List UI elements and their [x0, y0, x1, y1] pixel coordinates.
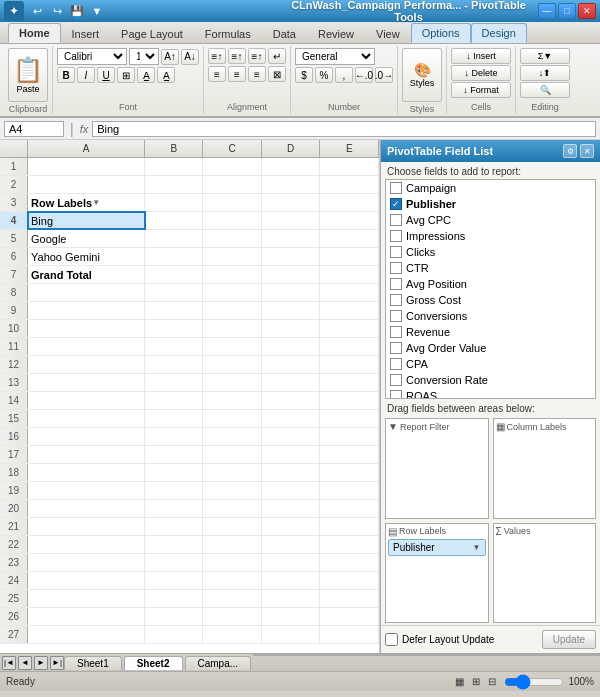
pivot-field-ctr[interactable]: CTR [386, 260, 595, 276]
qat-dropdown[interactable]: ▼ [88, 3, 106, 19]
decrease-decimal-button[interactable]: ←.0 [355, 67, 373, 83]
defer-layout-checkbox[interactable] [385, 633, 398, 646]
tab-design[interactable]: Design [471, 23, 527, 43]
align-top-right-button[interactable]: ≡↑ [248, 48, 266, 64]
maximize-button[interactable]: □ [558, 3, 576, 19]
insert-cells-button[interactable]: ↓ Insert [451, 48, 511, 64]
cell-a5[interactable]: Google [28, 230, 145, 247]
font-color-button[interactable]: A̲ [157, 67, 175, 83]
pivot-field-avg-cpc[interactable]: Avg CPC [386, 212, 595, 228]
save-button[interactable]: 💾 [68, 3, 86, 19]
decrease-font-button[interactable]: A↓ [181, 49, 199, 65]
tab-insert[interactable]: Insert [61, 24, 111, 43]
tab-review[interactable]: Review [307, 24, 365, 43]
pivot-area-row-labels[interactable]: ▤ Row Labels Publisher ▼ [385, 523, 489, 624]
cell-d5[interactable] [262, 230, 321, 247]
pivot-field-impressions[interactable]: Impressions [386, 228, 595, 244]
cell-a6[interactable]: Yahoo Gemini [28, 248, 145, 265]
col-header-d[interactable]: D [262, 140, 321, 157]
cell-d2[interactable] [262, 176, 321, 193]
bold-button[interactable]: B [57, 67, 75, 83]
tab-page-layout[interactable]: Page Layout [110, 24, 194, 43]
merge-button[interactable]: ⊠ [268, 66, 286, 82]
cell-e7[interactable] [320, 266, 379, 283]
sort-button[interactable]: ↓⬆ [520, 65, 570, 81]
paste-button[interactable]: 📋 Paste [8, 48, 48, 102]
sum-button[interactable]: Σ▼ [520, 48, 570, 64]
cell-c5[interactable] [203, 230, 262, 247]
cell-b1[interactable] [145, 158, 204, 175]
name-box[interactable] [4, 121, 64, 137]
fill-color-button[interactable]: A̲ [137, 67, 155, 83]
border-button[interactable]: ⊞ [117, 67, 135, 83]
sheet-nav-next[interactable]: ► [34, 656, 48, 670]
cell-d6[interactable] [262, 248, 321, 265]
pivot-field-clicks[interactable]: Clicks [386, 244, 595, 260]
pivot-field-roas[interactable]: ROAS [386, 388, 595, 399]
cell-d3[interactable] [262, 194, 321, 211]
cell-b5[interactable] [145, 230, 204, 247]
pivot-close-button[interactable]: ✕ [580, 144, 594, 158]
zoom-slider[interactable] [504, 676, 564, 688]
styles-button[interactable]: 🎨 Styles [402, 48, 442, 102]
sheet-tab-sheet2[interactable]: Sheet2 [124, 656, 183, 670]
italic-button[interactable]: I [77, 67, 95, 83]
pivot-field-conversion-rate[interactable]: Conversion Rate [386, 372, 595, 388]
tab-options[interactable]: Options [411, 23, 471, 43]
cell-a3[interactable]: Row Labels ▼ [28, 194, 145, 211]
pivot-checkbox-avg-order-value[interactable] [390, 342, 402, 354]
cell-a4[interactable]: Bing [28, 212, 145, 229]
align-right-button[interactable]: ≡ [248, 66, 266, 82]
pivot-area-report-filter[interactable]: ▼ Report Filter [385, 418, 489, 519]
close-button[interactable]: ✕ [578, 3, 596, 19]
sheet-nav-prev[interactable]: ◄ [18, 656, 32, 670]
cell-a1[interactable] [28, 158, 145, 175]
pivot-area-values[interactable]: Σ Values [493, 523, 597, 624]
format-cells-button[interactable]: ↓ Format [451, 82, 511, 98]
col-header-c[interactable]: C [203, 140, 262, 157]
cell-b6[interactable] [145, 248, 204, 265]
pivot-field-gross-cost[interactable]: Gross Cost [386, 292, 595, 308]
pivot-field-avg-position[interactable]: Avg Position [386, 276, 595, 292]
cell-c2[interactable] [203, 176, 262, 193]
pivot-checkbox-avg-cpc[interactable] [390, 214, 402, 226]
pivot-checkbox-cpa[interactable] [390, 358, 402, 370]
number-format-select[interactable]: General [295, 48, 375, 65]
pivot-checkbox-clicks[interactable] [390, 246, 402, 258]
cell-c3[interactable] [203, 194, 262, 211]
minimize-button[interactable]: — [538, 3, 556, 19]
pivot-checkbox-campaign[interactable] [390, 182, 402, 194]
cell-b7[interactable] [145, 266, 204, 283]
align-top-center-button[interactable]: ≡↑ [228, 48, 246, 64]
cell-a2[interactable] [28, 176, 145, 193]
currency-button[interactable]: $ [295, 67, 313, 83]
pivot-area-column-labels[interactable]: ▦ Column Labels [493, 418, 597, 519]
align-left-button[interactable]: ≡ [208, 66, 226, 82]
increase-decimal-button[interactable]: .0→ [375, 67, 393, 83]
cell-e5[interactable] [320, 230, 379, 247]
cell-e2[interactable] [320, 176, 379, 193]
pivot-field-cpa[interactable]: CPA [386, 356, 595, 372]
cell-a7[interactable]: Grand Total [28, 266, 145, 283]
cell-e6[interactable] [320, 248, 379, 265]
pivot-checkbox-avg-position[interactable] [390, 278, 402, 290]
cell-e4[interactable] [320, 212, 379, 229]
tab-home[interactable]: Home [8, 23, 61, 43]
col-header-b[interactable]: B [145, 140, 204, 157]
font-family-select[interactable]: Calibri [57, 48, 127, 65]
formula-input[interactable] [92, 121, 596, 137]
increase-font-button[interactable]: A↑ [161, 49, 179, 65]
pivot-checkbox-impressions[interactable] [390, 230, 402, 242]
col-header-e[interactable]: E [320, 140, 379, 157]
tab-data[interactable]: Data [262, 24, 307, 43]
delete-cells-button[interactable]: ↓ Delete [451, 65, 511, 81]
cell-d1[interactable] [262, 158, 321, 175]
redo-button[interactable]: ↪ [48, 3, 66, 19]
pivot-field-campaign[interactable]: Campaign [386, 180, 595, 196]
undo-button[interactable]: ↩ [28, 3, 46, 19]
cell-b3[interactable] [145, 194, 204, 211]
comma-button[interactable]: , [335, 67, 353, 83]
pivot-settings-button[interactable]: ⚙ [563, 144, 577, 158]
sheet-nav-last[interactable]: ►| [50, 656, 64, 670]
cell-c1[interactable] [203, 158, 262, 175]
